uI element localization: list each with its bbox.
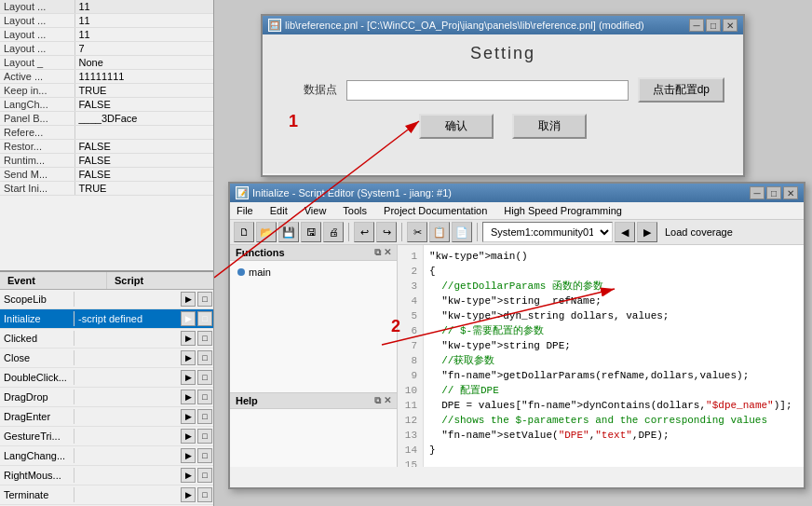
event-row[interactable]: LangChang...▶□ — [0, 446, 214, 466]
event-row-icons[interactable]: ▶□ — [179, 368, 214, 387]
event-add-icon[interactable]: □ — [197, 292, 212, 307]
event-add-icon[interactable]: □ — [197, 468, 212, 483]
code-content[interactable]: "kw-type">main(){ //getDollarParams 函数的参… — [424, 245, 804, 467]
config-dp-button[interactable]: 点击配置dp — [638, 77, 724, 103]
event-row-icons[interactable]: ▶□ — [179, 466, 214, 485]
event-edit-icon[interactable]: ▶ — [181, 350, 196, 365]
menu-file[interactable]: File — [234, 204, 256, 217]
line-number: 14 — [403, 443, 417, 458]
event-add-icon[interactable]: □ — [197, 350, 212, 365]
close-btn[interactable]: ✕ — [723, 19, 738, 32]
code-line: //getDollarParams 函数的参数 — [429, 279, 798, 294]
event-name-cell: GestureTri... — [0, 429, 74, 444]
event-script-cell — [74, 395, 179, 399]
editor-menubar: File Edit View Tools Project Documentati… — [230, 202, 804, 220]
functions-panel-icons[interactable]: ⧉ ✕ — [374, 247, 391, 258]
event-edit-icon[interactable]: ▶ — [181, 390, 196, 404]
restore-btn[interactable]: □ — [706, 19, 721, 32]
event-add-icon[interactable]: □ — [197, 448, 212, 463]
functions-close-icon[interactable]: ✕ — [384, 247, 391, 258]
event-row[interactable]: Clicked▶□ — [0, 329, 214, 349]
editor-window-controls[interactable]: ─ □ ✕ — [750, 186, 798, 199]
toolbar-forward[interactable]: ▶ — [637, 222, 657, 242]
event-row-icons[interactable]: ▶□ — [179, 309, 214, 328]
functions-float-icon[interactable]: ⧉ — [374, 247, 381, 258]
event-row[interactable]: DragDrop▶□ — [0, 388, 214, 407]
event-script-cell — [74, 376, 179, 379]
menu-view[interactable]: View — [302, 204, 330, 217]
event-row[interactable]: RightMous...▶□ — [0, 466, 214, 485]
event-row[interactable]: Initialize-script defined▶□ — [0, 309, 214, 329]
event-edit-icon[interactable]: ▶ — [181, 429, 196, 444]
minimize-btn[interactable]: ─ — [689, 19, 704, 32]
event-edit-icon[interactable]: ▶ — [181, 370, 196, 385]
toolbar-new[interactable]: 🗋 — [234, 222, 254, 242]
dialog-window-controls[interactable]: ─ □ ✕ — [689, 19, 738, 32]
property-row: LangCh...FALSE — [0, 98, 213, 112]
toolbar-redo[interactable]: ↪ — [376, 222, 397, 242]
event-row[interactable]: DoubleClick...▶□ — [0, 368, 214, 388]
toolbar-cut[interactable]: ✂ — [407, 222, 427, 242]
event-row-icons[interactable]: ▶□ — [179, 349, 214, 367]
toolbar-print[interactable]: 🖨 — [323, 222, 344, 242]
cancel-button[interactable]: 取消 — [512, 114, 587, 139]
event-add-icon[interactable]: □ — [197, 370, 212, 385]
toolbar-back[interactable]: ◀ — [615, 222, 635, 242]
load-coverage-label: Load coverage — [665, 226, 733, 238]
event-row[interactable]: Close▶□ — [0, 349, 214, 368]
event-edit-icon[interactable]: ▶ — [181, 448, 196, 463]
editor-close-btn[interactable]: ✕ — [783, 186, 798, 199]
toolbar-undo[interactable]: ↩ — [354, 222, 374, 242]
help-close-icon[interactable]: ✕ — [384, 395, 391, 406]
menu-high-speed[interactable]: High Speed Programming — [501, 204, 625, 217]
function-item-main[interactable]: main — [234, 265, 393, 280]
editor-minimize-btn[interactable]: ─ — [750, 186, 765, 199]
event-add-icon[interactable]: □ — [197, 331, 212, 346]
editor-restore-btn[interactable]: □ — [766, 186, 781, 199]
event-row-icons[interactable]: ▶□ — [179, 329, 214, 348]
confirm-button[interactable]: 确认 — [419, 114, 494, 139]
event-row-icons[interactable]: ▶□ — [179, 446, 214, 465]
setting-dialog-content: Setting 数据点 点击配置dp 确认 取消 — [263, 34, 743, 173]
menu-edit[interactable]: Edit — [267, 204, 291, 217]
toolbar-save2[interactable]: 🖫 — [301, 222, 321, 242]
event-row[interactable]: ScopeLib▶□ — [0, 290, 214, 309]
datapoint-input[interactable] — [346, 80, 629, 101]
event-edit-icon[interactable]: ▶ — [181, 409, 196, 424]
event-name-cell: Initialize — [0, 311, 74, 326]
event-row[interactable]: DragEnter▶□ — [0, 407, 214, 427]
help-panel-icons[interactable]: ⧉ ✕ — [374, 395, 391, 406]
event-script-cell: -script defined — [74, 311, 179, 326]
event-edit-icon[interactable]: ▶ — [181, 468, 196, 483]
event-add-icon[interactable]: □ — [197, 390, 212, 404]
menu-project-doc[interactable]: Project Documentation — [381, 204, 490, 217]
event-add-icon[interactable]: □ — [197, 409, 212, 424]
code-editor[interactable]: 12345678910111213141516 "kw-type">main()… — [398, 245, 804, 467]
event-row[interactable]: Terminate▶□ — [0, 485, 214, 505]
properties-scroll[interactable]: Layout ...11Layout ...11Layout ...11Layo… — [0, 0, 213, 266]
toolbar-open[interactable]: 📂 — [256, 222, 277, 242]
system-dropdown[interactable]: System1:community01 — [482, 222, 613, 242]
event-edit-icon[interactable]: ▶ — [181, 331, 196, 346]
event-row-icons[interactable]: ▶□ — [179, 427, 214, 445]
toolbar-save[interactable]: 💾 — [278, 222, 299, 242]
toolbar-paste[interactable]: 📄 — [452, 222, 472, 242]
event-add-icon[interactable]: □ — [197, 429, 212, 444]
event-row-icons[interactable]: ▶□ — [179, 388, 214, 406]
event-edit-icon[interactable]: ▶ — [181, 487, 196, 502]
property-value: None — [74, 56, 213, 70]
event-edit-icon[interactable]: ▶ — [181, 311, 196, 326]
event-add-icon[interactable]: □ — [197, 311, 212, 326]
property-value: TRUE — [74, 84, 213, 98]
event-add-icon[interactable]: □ — [197, 487, 212, 502]
toolbar-copy[interactable]: 📋 — [429, 222, 450, 242]
event-edit-icon[interactable]: ▶ — [181, 292, 196, 307]
event-row-icons[interactable]: ▶□ — [179, 290, 214, 308]
event-row-icons[interactable]: ▶□ — [179, 407, 214, 426]
event-row-icons[interactable]: ▶□ — [179, 485, 214, 504]
event-script-cell — [74, 297, 179, 301]
event-rows-container: ScopeLib▶□Initialize-script defined▶□Cli… — [0, 290, 214, 506]
menu-tools[interactable]: Tools — [340, 204, 370, 217]
help-float-icon[interactable]: ⧉ — [374, 395, 381, 406]
event-row[interactable]: GestureTri...▶□ — [0, 427, 214, 446]
